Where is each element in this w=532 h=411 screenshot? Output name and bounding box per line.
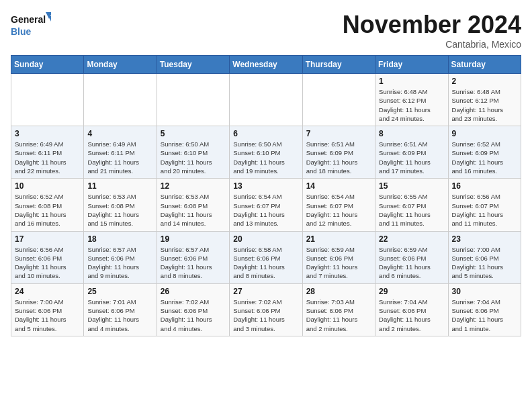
header-friday: Friday — [375, 56, 448, 74]
day-number: 14 — [306, 181, 371, 191]
header-monday: Monday — [84, 56, 157, 74]
day-info: Sunrise: 6:52 AM Sunset: 6:09 PM Dayligh… — [452, 140, 517, 175]
day-number: 17 — [15, 234, 80, 244]
logo: General Blue — [11, 11, 51, 40]
day-info: Sunrise: 7:00 AM Sunset: 6:06 PM Dayligh… — [452, 245, 517, 281]
calendar-cell — [157, 74, 229, 126]
day-info: Sunrise: 6:48 AM Sunset: 6:12 PM Dayligh… — [379, 87, 444, 123]
day-number: 8 — [379, 129, 444, 138]
day-info: Sunrise: 6:58 AM Sunset: 6:06 PM Dayligh… — [233, 245, 298, 281]
calendar-cell: 26Sunrise: 7:02 AM Sunset: 6:06 PM Dayli… — [157, 283, 229, 336]
day-number: 20 — [233, 234, 298, 244]
calendar-cell — [302, 74, 375, 126]
day-info: Sunrise: 6:50 AM Sunset: 6:10 PM Dayligh… — [161, 140, 226, 175]
month-title: November 2024 — [343, 11, 521, 39]
location: Cantabria, Mexico — [343, 39, 521, 50]
logo-svg: General Blue — [11, 11, 51, 40]
day-info: Sunrise: 6:57 AM Sunset: 6:06 PM Dayligh… — [87, 245, 152, 281]
week-row-4: 17Sunrise: 6:56 AM Sunset: 6:06 PM Dayli… — [11, 231, 521, 283]
day-number: 22 — [379, 234, 444, 244]
header-saturday: Saturday — [448, 56, 521, 74]
day-info: Sunrise: 6:52 AM Sunset: 6:08 PM Dayligh… — [15, 192, 80, 228]
calendar-cell: 24Sunrise: 7:00 AM Sunset: 6:06 PM Dayli… — [11, 283, 84, 336]
day-number: 12 — [161, 181, 226, 191]
day-info: Sunrise: 6:54 AM Sunset: 6:07 PM Dayligh… — [306, 192, 371, 228]
day-number: 7 — [306, 129, 371, 138]
calendar-cell: 22Sunrise: 6:59 AM Sunset: 6:06 PM Dayli… — [375, 231, 448, 283]
day-info: Sunrise: 6:51 AM Sunset: 6:09 PM Dayligh… — [379, 140, 444, 175]
calendar-cell: 3Sunrise: 6:49 AM Sunset: 6:11 PM Daylig… — [11, 126, 84, 179]
title-block: November 2024 Cantabria, Mexico — [343, 11, 521, 50]
calendar-cell: 25Sunrise: 7:01 AM Sunset: 6:06 PM Dayli… — [84, 283, 157, 336]
day-number: 21 — [306, 234, 371, 244]
calendar-cell: 23Sunrise: 7:00 AM Sunset: 6:06 PM Dayli… — [448, 231, 521, 283]
calendar-cell: 13Sunrise: 6:54 AM Sunset: 6:07 PM Dayli… — [230, 179, 302, 231]
day-number: 11 — [87, 181, 152, 191]
day-number: 25 — [87, 287, 152, 296]
calendar-cell: 28Sunrise: 7:03 AM Sunset: 6:06 PM Dayli… — [302, 283, 375, 336]
day-info: Sunrise: 6:56 AM Sunset: 6:06 PM Dayligh… — [15, 245, 80, 281]
day-info: Sunrise: 7:00 AM Sunset: 6:06 PM Dayligh… — [15, 298, 80, 333]
calendar-cell: 21Sunrise: 6:59 AM Sunset: 6:06 PM Dayli… — [302, 231, 375, 283]
day-number: 13 — [233, 181, 298, 191]
header-tuesday: Tuesday — [157, 56, 229, 74]
calendar-cell — [230, 74, 302, 126]
week-row-1: 1Sunrise: 6:48 AM Sunset: 6:12 PM Daylig… — [11, 74, 521, 126]
calendar-cell: 20Sunrise: 6:58 AM Sunset: 6:06 PM Dayli… — [230, 231, 302, 283]
day-number: 5 — [161, 129, 226, 138]
day-info: Sunrise: 6:59 AM Sunset: 6:06 PM Dayligh… — [306, 245, 371, 281]
calendar-cell: 16Sunrise: 6:56 AM Sunset: 6:07 PM Dayli… — [448, 179, 521, 231]
calendar-cell: 2Sunrise: 6:48 AM Sunset: 6:12 PM Daylig… — [448, 74, 521, 126]
day-info: Sunrise: 6:55 AM Sunset: 6:07 PM Dayligh… — [379, 192, 444, 228]
week-row-5: 24Sunrise: 7:00 AM Sunset: 6:06 PM Dayli… — [11, 283, 521, 336]
calendar-cell — [84, 74, 157, 126]
calendar-cell: 27Sunrise: 7:02 AM Sunset: 6:06 PM Dayli… — [230, 283, 302, 336]
day-number: 15 — [379, 181, 444, 191]
day-info: Sunrise: 7:02 AM Sunset: 6:06 PM Dayligh… — [233, 298, 298, 333]
day-number: 16 — [452, 181, 517, 191]
calendar-cell: 14Sunrise: 6:54 AM Sunset: 6:07 PM Dayli… — [302, 179, 375, 231]
day-number: 26 — [161, 287, 226, 296]
day-info: Sunrise: 6:53 AM Sunset: 6:08 PM Dayligh… — [87, 192, 152, 228]
calendar-cell: 12Sunrise: 6:53 AM Sunset: 6:08 PM Dayli… — [157, 179, 229, 231]
calendar-cell: 19Sunrise: 6:57 AM Sunset: 6:06 PM Dayli… — [157, 231, 229, 283]
calendar-cell: 29Sunrise: 7:04 AM Sunset: 6:06 PM Dayli… — [375, 283, 448, 336]
page-header: General Blue November 2024 Cantabria, Me… — [11, 11, 521, 50]
day-number: 29 — [379, 287, 444, 296]
day-info: Sunrise: 6:54 AM Sunset: 6:07 PM Dayligh… — [233, 192, 298, 228]
calendar-cell: 18Sunrise: 6:57 AM Sunset: 6:06 PM Dayli… — [84, 231, 157, 283]
calendar-header-row: SundayMondayTuesdayWednesdayThursdayFrid… — [11, 56, 521, 74]
calendar-cell: 6Sunrise: 6:50 AM Sunset: 6:10 PM Daylig… — [230, 126, 302, 179]
day-number: 2 — [452, 77, 517, 86]
day-info: Sunrise: 6:49 AM Sunset: 6:11 PM Dayligh… — [87, 140, 152, 175]
day-number: 9 — [452, 129, 517, 138]
day-number: 24 — [15, 287, 80, 296]
day-number: 18 — [87, 234, 152, 244]
calendar-cell: 30Sunrise: 7:04 AM Sunset: 6:06 PM Dayli… — [448, 283, 521, 336]
header-wednesday: Wednesday — [230, 56, 302, 74]
day-number: 28 — [306, 287, 371, 296]
day-info: Sunrise: 6:48 AM Sunset: 6:12 PM Dayligh… — [452, 87, 517, 123]
calendar-cell: 17Sunrise: 6:56 AM Sunset: 6:06 PM Dayli… — [11, 231, 84, 283]
calendar-table: SundayMondayTuesdayWednesdayThursdayFrid… — [11, 55, 521, 336]
header-thursday: Thursday — [302, 56, 375, 74]
day-info: Sunrise: 6:50 AM Sunset: 6:10 PM Dayligh… — [233, 140, 298, 175]
calendar-cell: 1Sunrise: 6:48 AM Sunset: 6:12 PM Daylig… — [375, 74, 448, 126]
calendar-cell: 11Sunrise: 6:53 AM Sunset: 6:08 PM Dayli… — [84, 179, 157, 231]
calendar-cell: 10Sunrise: 6:52 AM Sunset: 6:08 PM Dayli… — [11, 179, 84, 231]
day-number: 1 — [379, 77, 444, 86]
day-info: Sunrise: 7:02 AM Sunset: 6:06 PM Dayligh… — [161, 298, 226, 333]
calendar-cell: 5Sunrise: 6:50 AM Sunset: 6:10 PM Daylig… — [157, 126, 229, 179]
day-info: Sunrise: 7:01 AM Sunset: 6:06 PM Dayligh… — [87, 298, 152, 333]
day-info: Sunrise: 6:53 AM Sunset: 6:08 PM Dayligh… — [161, 192, 226, 228]
day-info: Sunrise: 6:51 AM Sunset: 6:09 PM Dayligh… — [306, 140, 371, 175]
day-number: 6 — [233, 129, 298, 138]
calendar-cell: 8Sunrise: 6:51 AM Sunset: 6:09 PM Daylig… — [375, 126, 448, 179]
day-number: 4 — [87, 129, 152, 138]
week-row-2: 3Sunrise: 6:49 AM Sunset: 6:11 PM Daylig… — [11, 126, 521, 179]
day-info: Sunrise: 6:49 AM Sunset: 6:11 PM Dayligh… — [15, 140, 80, 175]
day-number: 30 — [452, 287, 517, 296]
day-info: Sunrise: 7:03 AM Sunset: 6:06 PM Dayligh… — [306, 298, 371, 333]
day-number: 3 — [15, 129, 80, 138]
calendar-cell: 9Sunrise: 6:52 AM Sunset: 6:09 PM Daylig… — [448, 126, 521, 179]
